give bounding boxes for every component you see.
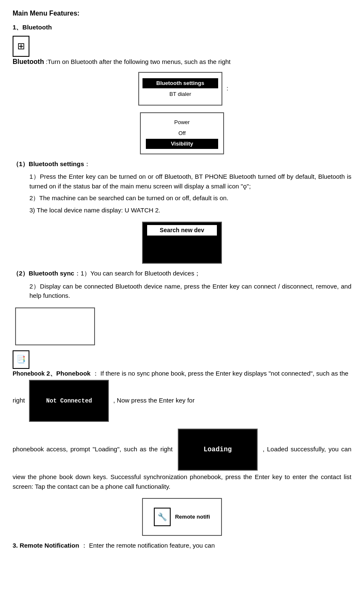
bt-settings-point2: 2）The machine can be searched can be tur… <box>29 193 351 203</box>
phonebook-label: Phonebook <box>13 370 45 377</box>
power-item-2: Visibility <box>146 139 218 149</box>
bluetooth-intro: 1、Bluetooth <box>13 23 351 32</box>
phonebook-heading: 2、Phonebook <box>46 370 90 377</box>
remote-notif-screen: 🔧 Remote notifi <box>142 498 222 536</box>
bt-sync-point2: 2）Display can be connected Bluetooth dev… <box>29 282 351 301</box>
phonebook-desc2: , Now press the Enter key for <box>113 397 195 404</box>
section-bluetooth-sync: Search new dev （2）Bluetooth sync：1）You c… <box>13 220 351 301</box>
bt-settings-colon: : <box>227 84 228 91</box>
bluetooth-desc: :Turn on Bluetooth after the following t… <box>46 58 231 65</box>
bt-settings-point1: 1）Press the Enter key can be turned on o… <box>29 172 351 191</box>
phonebook-loading-text: phonebook access, prompt "Loading", such… <box>13 445 173 453</box>
search-screen-container: Search new dev <box>13 220 351 265</box>
not-connected-label: Not Connected <box>46 397 92 405</box>
remote-notif-icon: 🔧 <box>154 508 171 526</box>
power-screen: Power Off Visibility <box>140 112 224 154</box>
remote-notif-desc: 3. Remote Notification ： Enter the remot… <box>13 541 351 551</box>
bt-settings-subheading: （1）Bluetooth settings <box>13 160 84 167</box>
power-item-1: Off <box>146 128 218 138</box>
bluetooth-screen-label: Bluetooth <box>13 58 44 65</box>
section-remote-notification: 🔧 Remote notifi 3. Remote Notification ：… <box>13 496 351 551</box>
bluetooth-icon: ⊞ <box>13 36 29 57</box>
remote-notif-label: Remote notifi <box>175 513 210 521</box>
phonebook-loading-desc: phonebook access, prompt "Loading", such… <box>13 427 351 491</box>
bt-settings-item-0: Bluetooth settings <box>142 78 218 88</box>
loading-screen: Loading <box>178 429 258 471</box>
phonebook-icon: 📑 <box>13 350 29 369</box>
section-phonebook: 📑 Phonebook 2、Phonebook ： If there is no… <box>13 306 351 492</box>
section-bluetooth: 1、Bluetooth⊞ Bluetooth :Turn on Bluetoot… <box>13 23 351 215</box>
bt-settings-screen-container: Bluetooth settings BT dialer : <box>13 70 351 107</box>
phonebook-screen <box>15 307 95 345</box>
not-connected-screen: Not Connected <box>29 380 109 422</box>
page-title: Main Menu Features: <box>13 8 351 19</box>
search-screen: Search new dev <box>142 222 222 264</box>
bluetooth-heading: 1、Bluetooth <box>13 24 52 31</box>
remote-notif-text: Enter the remote notification feature, y… <box>89 542 215 549</box>
phonebook-colon: ： <box>92 370 99 377</box>
remote-notif-colon: ： <box>81 542 87 549</box>
bt-settings-point3: 3) The local device name display: U WATC… <box>29 206 351 215</box>
bt-settings-item-1: BT dialer <box>142 89 218 99</box>
bt-sync-desc: （2）Bluetooth sync：1）You can search for B… <box>13 269 351 278</box>
power-screen-container: Power Off Visibility <box>13 111 351 156</box>
loading-label: Loading <box>203 445 232 455</box>
bt-sync-heading: （2）Bluetooth sync <box>13 270 74 277</box>
search-screen-label: Search new dev <box>147 225 217 236</box>
phonebook-intro <box>13 306 351 347</box>
remote-notif-screen-container: 🔧 Remote notifi <box>13 496 351 538</box>
remote-notif-heading: 3. Remote Notification <box>13 542 79 549</box>
bt-settings-desc: （1）Bluetooth settings： <box>13 159 351 169</box>
bt-settings-screen: Bluetooth settings BT dialer <box>138 72 222 106</box>
power-item-0: Power <box>146 117 218 127</box>
